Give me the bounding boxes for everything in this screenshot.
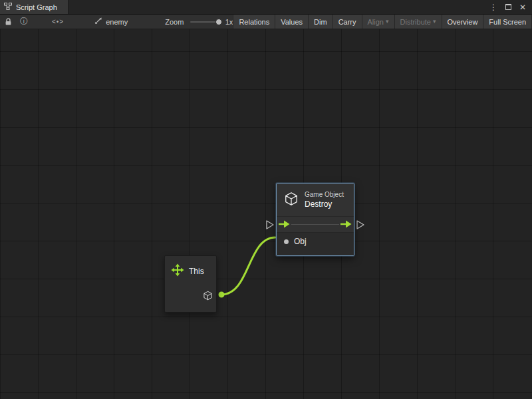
zoom-label: Zoom bbox=[165, 15, 184, 29]
obj-port-label: Obj bbox=[294, 237, 307, 246]
chevron-down-icon: ▾ bbox=[386, 19, 389, 25]
node-this[interactable]: This bbox=[164, 255, 217, 313]
dim-button[interactable]: Dim bbox=[308, 15, 332, 29]
titlebar: Script Graph ⋮ ✕ bbox=[0, 0, 532, 15]
destroy-node-body: Obj bbox=[277, 233, 354, 255]
distribute-button-label: Distribute bbox=[400, 18, 431, 26]
titlebar-spacer bbox=[68, 0, 489, 14]
flow-out-arrow-icon[interactable] bbox=[340, 219, 352, 231]
relations-button[interactable]: Relations bbox=[233, 15, 275, 29]
inspector-toggle-icon[interactable]: <•> bbox=[52, 15, 64, 29]
flow-in-arrow-icon[interactable] bbox=[279, 219, 290, 231]
zoom-slider[interactable] bbox=[190, 21, 219, 23]
flow-ports-row bbox=[277, 217, 354, 233]
node-destroy[interactable]: Game Object Destroy bbox=[276, 183, 354, 256]
destroy-node-titles: Game Object Destroy bbox=[305, 191, 344, 209]
wire-overlay bbox=[0, 29, 532, 399]
this-node-header: This bbox=[165, 256, 216, 287]
lock-icon[interactable] bbox=[5, 15, 12, 29]
carry-button[interactable]: Carry bbox=[332, 15, 362, 29]
graph-asset-icon bbox=[94, 17, 102, 26]
info-icon[interactable]: ⓘ bbox=[20, 15, 28, 29]
game-object-output-port-icon[interactable] bbox=[203, 291, 213, 303]
toolbar-button-group: Relations Values Dim Carry Align ▾ Distr… bbox=[233, 15, 532, 29]
relation-line bbox=[291, 224, 339, 225]
tab-script-graph[interactable]: Script Graph bbox=[0, 0, 68, 14]
node-category: Game Object bbox=[305, 191, 344, 198]
graph-tab-icon bbox=[4, 3, 12, 11]
kebab-menu-icon[interactable]: ⋮ bbox=[489, 3, 497, 11]
this-output-port-dot[interactable] bbox=[219, 292, 225, 298]
node-title: This bbox=[189, 267, 204, 276]
distribute-button[interactable]: Distribute ▾ bbox=[394, 15, 442, 29]
values-button[interactable]: Values bbox=[275, 15, 308, 29]
flow-input-triangle-icon[interactable] bbox=[267, 221, 273, 229]
connection-wire[interactable] bbox=[221, 237, 275, 295]
window-controls: ⋮ ✕ bbox=[489, 0, 532, 14]
node-title: Destroy bbox=[305, 200, 344, 209]
cube-icon bbox=[284, 192, 299, 209]
destroy-node-header: Game Object Destroy bbox=[277, 184, 354, 217]
zoom-slider-knob[interactable] bbox=[215, 19, 222, 25]
tab-title: Script Graph bbox=[16, 3, 57, 11]
move-arrows-icon bbox=[171, 263, 184, 279]
script-graph-window: Script Graph ⋮ ✕ ⓘ <•> e bbox=[0, 0, 532, 399]
maximize-icon[interactable] bbox=[505, 4, 511, 10]
obj-port-row: Obj bbox=[284, 235, 354, 248]
zoom-value: 1x bbox=[225, 15, 233, 29]
flow-output-triangle-icon[interactable] bbox=[357, 221, 364, 229]
graph-name-label: enemy bbox=[106, 18, 128, 26]
chevron-down-icon: ▾ bbox=[433, 19, 436, 25]
graph-canvas[interactable]: This Game Object Destroy bbox=[0, 29, 532, 399]
graph-toolbar: ⓘ <•> enemy Zoom 1x Relations Values Dim… bbox=[0, 15, 532, 29]
align-button[interactable]: Align ▾ bbox=[362, 15, 394, 29]
align-button-label: Align bbox=[368, 18, 384, 26]
graph-breadcrumb[interactable]: enemy bbox=[94, 15, 128, 29]
full-screen-button[interactable]: Full Screen bbox=[483, 15, 532, 29]
overview-button[interactable]: Overview bbox=[442, 15, 483, 29]
close-icon[interactable]: ✕ bbox=[519, 3, 526, 11]
obj-port-dot[interactable] bbox=[284, 239, 289, 244]
